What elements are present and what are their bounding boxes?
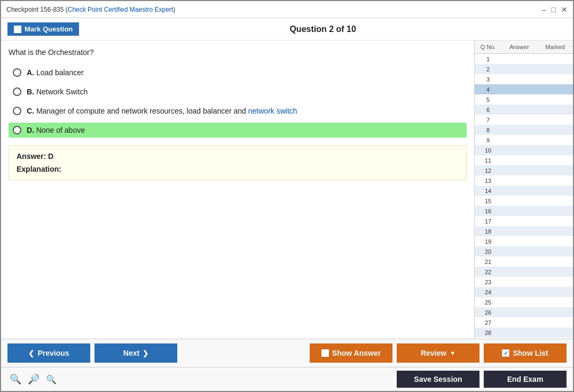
sidebar-row[interactable]: 16 — [475, 206, 573, 216]
sidebar-row-num: 1 — [475, 56, 501, 62]
sidebar: Q No. Answer Marked 12345678910111213141… — [474, 41, 573, 339]
sidebar-row[interactable]: 9 — [475, 135, 573, 145]
sidebar-header: Q No. Answer Marked — [475, 41, 573, 54]
window-title-blue: Check Point Certified Maestro Expert — [68, 6, 173, 13]
sidebar-row[interactable]: 2 — [475, 64, 573, 74]
sidebar-row-num: 12 — [475, 167, 501, 174]
sidebar-row[interactable]: 6 — [475, 105, 573, 115]
sidebar-row[interactable]: 18 — [475, 226, 573, 236]
minimize-icon[interactable]: – — [542, 5, 546, 14]
bottom-bar: Previous Next Show Answer Review ▼ ✓ Sho… — [1, 339, 573, 367]
sidebar-row[interactable]: 1 — [475, 54, 573, 64]
zoom-normal-button[interactable]: 🔎 — [26, 372, 42, 386]
show-answer-icon — [321, 349, 329, 357]
question-area: What is the Orchestrator? A. Load balanc… — [1, 41, 474, 339]
sidebar-row[interactable]: 4 — [475, 84, 573, 94]
sidebar-row-num: 11 — [475, 157, 501, 164]
sidebar-row-num: 20 — [475, 249, 501, 255]
option-b-label: B. Network Switch — [27, 87, 88, 96]
next-label: Next — [123, 349, 139, 357]
show-list-label: Show List — [513, 349, 548, 357]
sidebar-row-num: 13 — [475, 178, 501, 184]
sidebar-row-num: 6 — [475, 107, 501, 113]
end-exam-button[interactable]: End Exam — [484, 371, 567, 388]
sidebar-row[interactable]: 13 — [475, 175, 573, 186]
sidebar-row[interactable]: 19 — [475, 236, 573, 246]
title-bar: Checkpoint 156-835 (Check Point Certifie… — [1, 1, 573, 18]
option-c-label: C. Manager of compute and network resour… — [27, 107, 297, 115]
sidebar-row-num: 15 — [475, 198, 501, 204]
question-title: Question 2 of 10 — [79, 25, 567, 34]
sidebar-row-num: 24 — [475, 289, 501, 295]
sidebar-row[interactable]: 11 — [475, 155, 573, 165]
question-text: What is the Orchestrator? — [9, 48, 467, 57]
sidebar-row-num: 16 — [475, 208, 501, 214]
sidebar-row-num: 10 — [475, 147, 501, 154]
show-list-button[interactable]: ✓ Show List — [484, 343, 567, 363]
sidebar-row-num: 4 — [475, 86, 501, 93]
mark-question-button[interactable]: Mark Question — [7, 22, 79, 36]
sidebar-col-marked: Marked — [537, 43, 573, 51]
sidebar-row[interactable]: 17 — [475, 216, 573, 226]
sidebar-row[interactable]: 14 — [475, 186, 573, 196]
answer-box: Answer: D Explanation: — [9, 145, 467, 180]
sidebar-row-num: 8 — [475, 127, 501, 133]
chevron-left-icon — [28, 349, 34, 357]
sidebar-row[interactable]: 27 — [475, 317, 573, 327]
sidebar-row[interactable]: 10 — [475, 145, 573, 155]
sidebar-row[interactable]: 23 — [475, 277, 573, 287]
review-label: Review — [421, 349, 446, 357]
sidebar-row-num: 25 — [475, 299, 501, 306]
sidebar-row-num: 18 — [475, 228, 501, 235]
chevron-right-icon — [143, 349, 148, 357]
sidebar-row-num: 28 — [475, 330, 501, 336]
previous-button[interactable]: Previous — [7, 343, 90, 363]
sidebar-row[interactable]: 15 — [475, 196, 573, 206]
zoom-in-button[interactable]: 🔍 — [7, 372, 23, 386]
sidebar-row[interactable]: 5 — [475, 94, 573, 105]
end-exam-label: End Exam — [507, 375, 544, 383]
previous-label: Previous — [37, 349, 69, 357]
review-button[interactable]: Review ▼ — [397, 343, 479, 363]
save-session-label: Save Session — [414, 375, 462, 383]
sidebar-row-num: 21 — [475, 259, 501, 265]
maximize-icon[interactable]: □ — [552, 5, 556, 14]
option-a-label: A. Load balancer — [27, 68, 84, 77]
sidebar-row-num: 26 — [475, 309, 501, 316]
sidebar-row[interactable]: 7 — [475, 115, 573, 125]
sidebar-row[interactable]: 20 — [475, 246, 573, 257]
explanation-line: Explanation: — [17, 165, 459, 173]
sidebar-row[interactable]: 22 — [475, 267, 573, 277]
sidebar-row-num: 2 — [475, 66, 501, 73]
option-c[interactable]: C. Manager of compute and network resour… — [9, 103, 467, 118]
sidebar-row-num: 5 — [475, 97, 501, 103]
sidebar-row[interactable]: 24 — [475, 287, 573, 297]
sidebar-row-num: 7 — [475, 117, 501, 123]
answer-line: Answer: D — [17, 152, 459, 161]
save-session-button[interactable]: Save Session — [397, 371, 479, 388]
sidebar-row-num: 19 — [475, 238, 501, 245]
show-answer-button[interactable]: Show Answer — [310, 343, 392, 363]
window-title: Checkpoint 156-835 (Check Point Certifie… — [6, 6, 175, 13]
sidebar-row-num: 17 — [475, 218, 501, 225]
sidebar-col-answer: Answer — [501, 43, 537, 51]
next-button[interactable]: Next — [95, 343, 177, 363]
main-content: What is the Orchestrator? A. Load balanc… — [1, 41, 573, 339]
radio-d — [13, 126, 21, 134]
option-d[interactable]: D. None of above — [9, 123, 467, 138]
option-b[interactable]: B. Network Switch — [9, 84, 467, 99]
sidebar-row[interactable]: 3 — [475, 74, 573, 84]
sidebar-row[interactable]: 21 — [475, 257, 573, 267]
sidebar-row[interactable]: 26 — [475, 307, 573, 317]
mark-question-label: Mark Question — [25, 25, 73, 33]
zoom-out-button[interactable]: 🔍 — [44, 373, 59, 386]
window-controls: – □ ✕ — [542, 5, 568, 14]
sidebar-row[interactable]: 8 — [475, 125, 573, 135]
option-a[interactable]: A. Load balancer — [9, 65, 467, 80]
sidebar-list[interactable]: 1234567891011121314151617181920212223242… — [475, 54, 573, 339]
sidebar-row[interactable]: 25 — [475, 297, 573, 307]
sidebar-row[interactable]: 12 — [475, 165, 573, 175]
radio-b — [13, 87, 21, 96]
close-icon[interactable]: ✕ — [561, 5, 568, 14]
sidebar-row[interactable]: 28 — [475, 327, 573, 338]
